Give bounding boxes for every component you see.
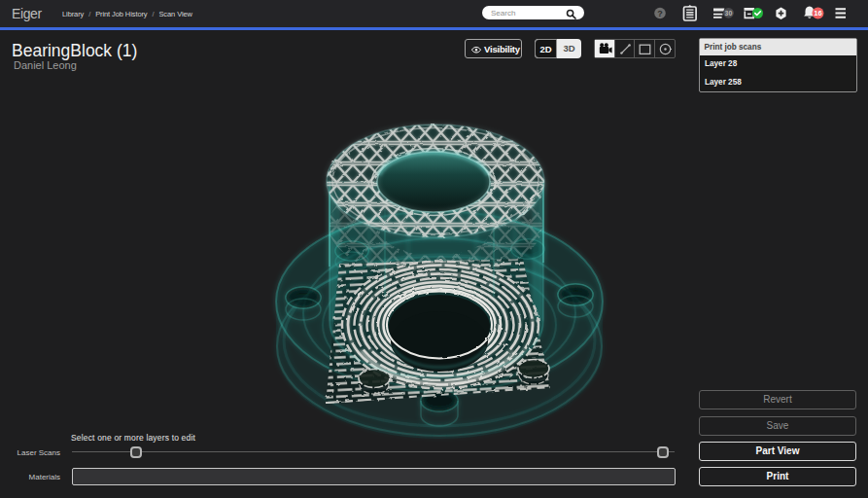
svg-text:30: 30: [725, 10, 733, 17]
svg-text:16: 16: [814, 9, 821, 18]
svg-text:?: ?: [657, 9, 663, 18]
